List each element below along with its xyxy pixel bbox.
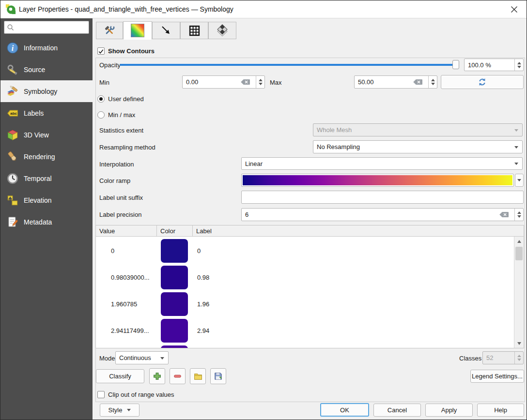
interpolation-combo[interactable]: Linear bbox=[241, 157, 523, 170]
close-button[interactable] bbox=[504, 0, 524, 18]
max-label: Max bbox=[270, 79, 282, 86]
cell-value[interactable]: 0.98039000... bbox=[111, 264, 150, 291]
qgis-logo-icon bbox=[5, 4, 16, 15]
help-button[interactable]: Help bbox=[477, 404, 524, 417]
spin-up-arrow[interactable] bbox=[259, 79, 263, 81]
table-row[interactable] bbox=[96, 344, 524, 348]
chevron-down-icon bbox=[127, 409, 131, 411]
classes-table: Value Color Label 0 0 0.98039000... 0.98… bbox=[95, 225, 524, 348]
statistics-extent-combo[interactable]: Whole Mesh bbox=[313, 123, 523, 136]
spin-up-arrow[interactable] bbox=[517, 211, 521, 214]
sidebar-item-elevation[interactable]: Elevation bbox=[0, 189, 93, 211]
color-ramp-menu-button[interactable] bbox=[515, 174, 524, 187]
opacity-slider-track[interactable] bbox=[120, 64, 459, 66]
column-header-color[interactable]: Color bbox=[157, 225, 193, 237]
sidebar-item-information[interactable]: i Information bbox=[0, 37, 93, 59]
sidebar-item-source[interactable]: Source bbox=[0, 59, 93, 80]
add-class-button[interactable] bbox=[149, 368, 165, 384]
opacity-slider-handle[interactable] bbox=[452, 60, 459, 69]
tab-contours[interactable] bbox=[123, 21, 152, 40]
spin-up-arrow[interactable] bbox=[517, 355, 521, 357]
label-precision-input[interactable]: 6 bbox=[241, 208, 524, 221]
opacity-spinbox[interactable]: 100.0 % bbox=[464, 59, 524, 71]
scrollbar-up-arrow[interactable] bbox=[514, 237, 524, 246]
sidebar-item-symbology[interactable]: Symbology bbox=[0, 80, 93, 102]
spin-down-arrow[interactable] bbox=[431, 83, 435, 85]
clip-out-of-range-checkbox[interactable] bbox=[97, 391, 105, 398]
color-ramp-gradient bbox=[243, 175, 512, 185]
label-unit-suffix-label: Label unit suffix bbox=[99, 194, 143, 201]
classify-button[interactable]: Classify bbox=[96, 369, 144, 383]
spin-down-arrow[interactable] bbox=[517, 359, 521, 361]
classes-table-header: Value Color Label bbox=[96, 225, 524, 237]
sidebar-item-label: Source bbox=[24, 66, 45, 74]
column-header-value[interactable]: Value bbox=[96, 225, 157, 237]
clear-field-icon[interactable] bbox=[499, 211, 509, 218]
tab-vectors[interactable] bbox=[152, 22, 180, 39]
sidebar-item-temporal[interactable]: Temporal bbox=[0, 167, 93, 189]
cancel-button[interactable]: Cancel bbox=[373, 404, 421, 417]
color-swatch[interactable] bbox=[161, 319, 188, 343]
clear-field-icon[interactable] bbox=[413, 79, 423, 85]
clear-field-icon[interactable] bbox=[240, 79, 250, 85]
save-color-map-button[interactable] bbox=[210, 368, 226, 384]
table-row[interactable]: 0.98039000... 0.98 bbox=[96, 264, 524, 291]
label-unit-suffix-input[interactable] bbox=[241, 191, 524, 204]
sidebar-item-labels[interactable]: abc Labels bbox=[0, 102, 93, 124]
spin-down-arrow[interactable] bbox=[517, 66, 521, 68]
load-color-map-button[interactable] bbox=[190, 368, 206, 384]
tab-mesh-frame[interactable] bbox=[180, 22, 208, 39]
scrollbar-down-arrow[interactable] bbox=[514, 339, 524, 348]
user-defined-radio[interactable] bbox=[97, 95, 105, 103]
table-scrollbar[interactable] bbox=[514, 237, 524, 348]
sidebar-item-rendering[interactable]: Rendering bbox=[0, 146, 93, 167]
sidebar-item-3d-view[interactable]: 3D View bbox=[0, 124, 93, 146]
column-header-label[interactable]: Label bbox=[193, 225, 524, 237]
max-input[interactable]: 50.00 bbox=[354, 75, 437, 89]
color-ramp-button[interactable] bbox=[241, 174, 514, 187]
legend-settings-button[interactable]: Legend Settings... bbox=[470, 370, 524, 383]
min-input[interactable]: 0.00 bbox=[182, 75, 265, 89]
spin-down-arrow[interactable] bbox=[517, 215, 521, 218]
table-row[interactable]: 0 0 bbox=[96, 238, 524, 264]
style-button[interactable]: Style bbox=[100, 404, 140, 417]
cancel-label: Cancel bbox=[388, 406, 407, 414]
mode-value: Continuous bbox=[119, 354, 151, 361]
resampling-method-combo[interactable]: No Resampling bbox=[313, 140, 523, 153]
sidebar-item-metadata[interactable]: Metadata bbox=[0, 211, 93, 233]
apply-button[interactable]: Apply bbox=[425, 404, 473, 417]
table-row[interactable]: 2.94117499... 2.94 bbox=[96, 317, 524, 344]
cell-value[interactable]: 2.94117499... bbox=[111, 317, 149, 344]
cell-label[interactable]: 0.98 bbox=[197, 264, 209, 291]
show-contours-checkbox[interactable] bbox=[97, 47, 105, 55]
general-settings-icon bbox=[103, 24, 116, 37]
cell-value[interactable]: 0 bbox=[111, 238, 114, 264]
ok-button[interactable]: OK bbox=[320, 403, 369, 417]
reload-min-max-button[interactable] bbox=[441, 75, 524, 89]
table-row[interactable]: 1.960785 1.96 bbox=[96, 291, 524, 317]
spin-down-arrow[interactable] bbox=[259, 83, 263, 85]
user-defined-label: User defined bbox=[108, 95, 144, 103]
close-icon bbox=[511, 6, 518, 13]
spin-up-arrow[interactable] bbox=[517, 62, 521, 64]
search-input[interactable] bbox=[4, 21, 89, 34]
cell-label[interactable]: 1.96 bbox=[197, 291, 209, 317]
mode-combo[interactable]: Continuous bbox=[115, 351, 169, 364]
classes-spinbox[interactable]: 52 bbox=[482, 351, 524, 364]
spin-up-arrow[interactable] bbox=[431, 79, 435, 81]
chevron-down-icon bbox=[514, 129, 518, 132]
remove-class-button[interactable] bbox=[170, 368, 186, 384]
color-swatch[interactable] bbox=[161, 292, 188, 316]
cell-label[interactable]: 0 bbox=[197, 238, 201, 264]
color-swatch[interactable] bbox=[161, 266, 188, 289]
color-swatch[interactable] bbox=[161, 239, 188, 263]
vectors-icon bbox=[160, 25, 172, 36]
color-swatch[interactable] bbox=[161, 345, 188, 348]
cell-label[interactable]: 2.94 bbox=[197, 317, 209, 344]
interpolation-label: Interpolation bbox=[99, 161, 134, 168]
tab-general-settings[interactable] bbox=[96, 22, 123, 39]
cell-value[interactable]: 1.960785 bbox=[111, 291, 137, 317]
scrollbar-thumb[interactable] bbox=[515, 247, 523, 260]
min-max-radio[interactable] bbox=[97, 111, 105, 119]
tab-stacked-mesh-averaging[interactable] bbox=[208, 22, 236, 39]
